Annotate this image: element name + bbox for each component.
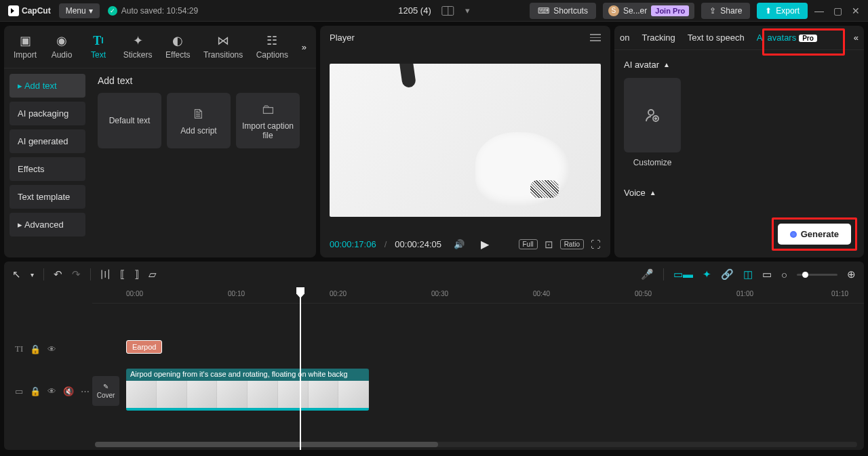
video-clip[interactable]: Airpod opening from it's case and rotati…: [126, 369, 369, 411]
tab-text[interactable]: TIText: [81, 31, 115, 62]
tab-audio[interactable]: ◉Audio: [45, 31, 79, 62]
sidebar-item-advanced[interactable]: ▸ Advanced: [9, 213, 85, 236]
zoom-fit-button[interactable]: ⊕: [847, 268, 856, 281]
crop-icon[interactable]: ⊡: [545, 239, 553, 251]
minimize-button[interactable]: —: [814, 5, 824, 16]
collapse-icon[interactable]: ▲: [650, 189, 656, 196]
shortcuts-button[interactable]: ⌨ Shortcuts: [530, 3, 596, 19]
link-button[interactable]: 🔗: [721, 268, 734, 281]
select-tool[interactable]: ↖: [12, 268, 21, 281]
export-button[interactable]: ⬆ Export: [757, 3, 808, 19]
tile-default-text[interactable]: Default text: [98, 93, 161, 148]
inspector-panel: on Tracking Text to speech AI avatarsPro…: [614, 26, 864, 257]
project-title: 1205 (4): [398, 5, 431, 16]
rtab-tts[interactable]: Text to speech: [688, 33, 745, 43]
eye-icon[interactable]: 👁: [47, 344, 56, 354]
tab-stickers[interactable]: ✦Stickers: [118, 31, 157, 62]
sidebar-item-add-text[interactable]: ▸ Add text: [9, 74, 85, 98]
play-button[interactable]: ▶: [481, 238, 489, 251]
collapse-button[interactable]: «: [854, 33, 859, 43]
text-clip[interactable]: Earpod: [126, 340, 162, 354]
tab-captions[interactable]: ☷Captions: [251, 31, 294, 62]
mute-icon[interactable]: 🔇: [63, 386, 74, 396]
script-icon: 🗎: [192, 106, 205, 122]
playhead[interactable]: [300, 287, 301, 450]
lock-icon[interactable]: 🔒: [30, 344, 41, 354]
volume-icon[interactable]: 🔊: [454, 239, 465, 249]
check-icon: ✓: [108, 6, 117, 16]
app-name: CapCut: [22, 6, 51, 16]
titlebar: CapCut Menu ▾ ✓ Auto saved: 10:54:29 120…: [0, 0, 868, 22]
autosave-status: ✓ Auto saved: 10:54:29: [108, 6, 198, 16]
lock-icon[interactable]: 🔒: [30, 386, 41, 396]
zoom-slider[interactable]: [797, 274, 837, 276]
customize-label: Customize: [624, 158, 681, 167]
collapse-icon[interactable]: ▲: [663, 61, 670, 68]
tile-add-script[interactable]: 🗎Add script: [167, 93, 231, 148]
preview-button[interactable]: ▭: [762, 268, 772, 281]
tab-effects[interactable]: ◐Effects: [160, 31, 195, 62]
rtab-tracking[interactable]: Tracking: [642, 33, 675, 43]
zoom-out-button[interactable]: ○: [781, 269, 787, 281]
generate-button[interactable]: Generate: [778, 224, 851, 245]
tile-import-caption[interactable]: 🗀Import caption file: [236, 93, 300, 148]
undo-button[interactable]: ↶: [54, 268, 62, 281]
split-tool[interactable]: 〣: [100, 268, 111, 281]
customize-avatar-tile[interactable]: [624, 78, 681, 152]
timeline-scrollbar[interactable]: [95, 442, 857, 447]
chevron-down-icon[interactable]: ▾: [465, 5, 470, 16]
sparkle-icon: [790, 231, 797, 238]
snap-button[interactable]: ▭▬: [673, 268, 693, 281]
fullscreen-icon[interactable]: ⛶: [591, 239, 601, 250]
tab-transitions[interactable]: ⋈Transitions: [198, 31, 248, 62]
align-button[interactable]: ◫: [743, 268, 753, 281]
pro-badge: Pro: [799, 35, 817, 42]
voice-section-title: Voice ▲: [624, 188, 854, 198]
cover-button[interactable]: ✎ Cover: [92, 376, 119, 406]
highlight-generate: Generate: [772, 217, 857, 251]
person-settings-icon: [644, 107, 660, 123]
svg-point-1: [648, 110, 654, 115]
tab-import[interactable]: ▣Import: [8, 31, 42, 62]
app-logo: CapCut: [8, 5, 51, 16]
player-menu-button[interactable]: [590, 34, 601, 41]
rtab-ai-avatars[interactable]: AI avatarsPro: [757, 33, 817, 43]
join-pro-badge[interactable]: Join Pro: [651, 5, 689, 16]
full-badge[interactable]: Full: [519, 239, 538, 249]
sidebar-item-ai-packaging[interactable]: AI packaging: [9, 102, 85, 125]
share-button[interactable]: ⇪ Share: [701, 3, 750, 19]
trim-right-tool[interactable]: ⟧: [134, 268, 139, 281]
eye-icon[interactable]: 👁: [47, 386, 56, 396]
user-chip[interactable]: S Se...er Join Pro: [603, 3, 694, 19]
media-tabs: ▣Import ◉Audio TIText ✦Stickers ◐Effects…: [4, 26, 316, 68]
sidebar-item-text-template[interactable]: Text template: [9, 185, 85, 209]
maximize-button[interactable]: ▢: [833, 5, 842, 16]
player-title: Player: [330, 33, 355, 43]
export-icon: ⬆: [765, 6, 772, 16]
tool-dropdown[interactable]: ▾: [31, 271, 34, 278]
timeline-toolbar: ↖ ▾ ↶ ↷ 〣 ⟦ ⟧ ▱ 🎤 ▭▬ ✦ 🔗 ◫ ▭ ○ ⊕: [4, 262, 864, 287]
ratio-badge[interactable]: Ratio: [560, 239, 584, 249]
delete-tool[interactable]: ▱: [149, 268, 157, 281]
layout-icon[interactable]: [442, 6, 454, 16]
folder-icon: 🗀: [261, 102, 275, 117]
content-heading: Add text: [98, 75, 309, 86]
more-icon[interactable]: ⋯: [81, 386, 90, 396]
share-icon: ⇪: [709, 6, 716, 16]
more-tabs-button[interactable]: »: [296, 39, 312, 55]
magnet-button[interactable]: ✦: [703, 268, 711, 281]
text-icon: TI: [93, 34, 103, 47]
mic-button[interactable]: 🎤: [641, 268, 654, 281]
pencil-icon: ✎: [103, 383, 108, 390]
redo-button[interactable]: ↷: [72, 268, 81, 281]
effects-icon: ◐: [172, 34, 183, 47]
trim-left-tool[interactable]: ⟦: [120, 268, 125, 281]
rtab-on[interactable]: on: [620, 33, 629, 43]
sidebar-item-ai-generated[interactable]: AI generated: [9, 129, 85, 153]
menu-button[interactable]: Menu ▾: [59, 3, 100, 18]
timeline-ruler[interactable]: 00:00 00:10 00:20 00:30 00:40 00:50 01:0…: [92, 287, 864, 304]
avatar-section-title: AI avatar ▲: [624, 60, 854, 70]
sidebar-item-effects[interactable]: Effects: [9, 157, 85, 181]
close-button[interactable]: ✕: [852, 5, 860, 16]
video-preview[interactable]: [320, 49, 610, 231]
